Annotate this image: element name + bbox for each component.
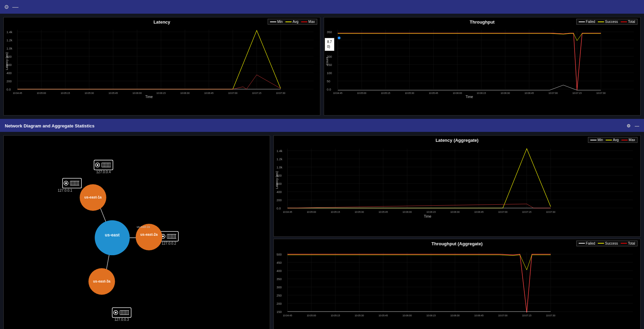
latency-legend: Min Avg Max xyxy=(268,19,317,25)
top-bar: ⚙ — xyxy=(0,0,644,14)
svg-text:300: 300 xyxy=(277,286,282,289)
svg-text:10:05:15: 10:05:15 xyxy=(331,211,340,213)
latency-aggregate-panel: Latency (Aggregate) Min Avg Max 1.4k 1.2… xyxy=(273,135,641,237)
server-127-0-0-4 xyxy=(94,160,113,170)
latency-chart-panel: Latency Min Avg Max 1.4k xyxy=(3,17,320,115)
svg-text:10:04:45: 10:04:45 xyxy=(333,92,342,94)
svg-text:us-east: us-east xyxy=(105,233,120,237)
svg-text:10:07:15: 10:07:15 xyxy=(522,314,531,317)
svg-text:127.0.0.4: 127.0.0.4 xyxy=(96,170,111,174)
svg-text:200: 200 xyxy=(277,198,282,202)
svg-text:0.0: 0.0 xyxy=(6,88,11,91)
svg-text:1.0k: 1.0k xyxy=(277,166,283,169)
gear-icon[interactable]: ⚙ xyxy=(4,4,9,10)
latency-aggregate-title: Latency (Aggregate) xyxy=(274,136,640,143)
svg-text:150: 150 xyxy=(277,310,282,314)
svg-text:0.0: 0.0 xyxy=(277,207,281,210)
svg-text:10:04:45: 10:04:45 xyxy=(283,314,292,317)
aggregate-charts-panel: Latency (Aggregate) Min Avg Max 1.4k 1.2… xyxy=(273,135,641,329)
svg-text:us-east-1a: us-east-1a xyxy=(84,195,102,199)
section-gear-icon[interactable]: ⚙ xyxy=(627,123,631,128)
svg-text:10:05:45: 10:05:45 xyxy=(378,211,388,213)
svg-text:10:06:30: 10:06:30 xyxy=(500,92,510,94)
svg-text:500: 500 xyxy=(277,253,282,256)
svg-text:10:04:45: 10:04:45 xyxy=(283,211,292,213)
svg-text:Time: Time xyxy=(424,215,431,218)
svg-text:400: 400 xyxy=(277,190,282,194)
svg-text:1.2k: 1.2k xyxy=(6,39,13,42)
svg-text:400: 400 xyxy=(277,269,282,273)
svg-point-90 xyxy=(65,182,67,184)
svg-point-116 xyxy=(162,235,164,237)
svg-text:10:07:15: 10:07:15 xyxy=(572,92,581,94)
section-minimize-icon[interactable]: — xyxy=(635,123,639,128)
svg-text:10:06:45: 10:06:45 xyxy=(524,92,534,94)
svg-text:10:04:45: 10:04:45 xyxy=(13,92,22,94)
svg-text:us-east-2a: us-east-2a xyxy=(140,233,158,236)
svg-text:0.0: 0.0 xyxy=(327,88,331,91)
svg-text:200: 200 xyxy=(6,80,12,83)
svg-text:1.4k: 1.4k xyxy=(6,30,13,34)
bottom-section: 127.0.0.1 127.0.0.4 xyxy=(0,132,644,329)
svg-text:Latency (ms): Latency (ms) xyxy=(275,171,279,189)
svg-text:10:06:45: 10:06:45 xyxy=(474,314,483,317)
svg-text:10:07:30: 10:07:30 xyxy=(276,92,285,94)
svg-text:10:06:00: 10:06:00 xyxy=(453,92,462,94)
throughput-aggregate-svg: 500 450 400 350 300 250 200 150 xyxy=(274,249,640,329)
latency-svg: 1.4k 1.2k 1.0k 800 600 400 200 0.0 xyxy=(4,27,320,115)
svg-text:10:06:30: 10:06:30 xyxy=(180,92,189,94)
section-title: Network Diagram and Aggregate Statistics xyxy=(5,123,94,128)
legend-failed: Failed xyxy=(579,20,595,24)
svg-text:450: 450 xyxy=(277,261,282,264)
svg-text:10:05:00: 10:05:00 xyxy=(307,314,316,317)
legend-success: Success xyxy=(598,20,618,24)
latency-aggregate-svg: 1.4k 1.2k 1.0k 800 600 400 200 0.0 xyxy=(274,146,640,236)
server-127-0-0-2 xyxy=(160,231,178,241)
svg-text:10:05:15: 10:05:15 xyxy=(61,92,70,94)
svg-text:us-east-3a: us-east-3a xyxy=(93,279,110,283)
network-diagram-panel: 127.0.0.1 127.0.0.4 xyxy=(3,135,270,329)
svg-text:10:07:15: 10:07:15 xyxy=(522,211,531,213)
svg-text:1.0k: 1.0k xyxy=(6,47,13,50)
svg-text:us-east-2a: us-east-2a xyxy=(137,225,150,229)
svg-text:Time: Time xyxy=(145,95,153,99)
minimize-icon[interactable]: — xyxy=(12,3,18,11)
node-us-east xyxy=(95,220,130,255)
svg-text:10:06:00: 10:06:00 xyxy=(402,211,412,213)
legend-total: Total xyxy=(621,20,635,24)
svg-text:350: 350 xyxy=(327,30,332,34)
svg-text:10:06:15: 10:06:15 xyxy=(156,92,165,94)
svg-text:10:05:00: 10:05:00 xyxy=(357,92,366,94)
svg-text:10:06:15: 10:06:15 xyxy=(426,211,435,213)
svg-text:10:05:00: 10:05:00 xyxy=(37,92,46,94)
server-127-0-0-3 xyxy=(112,308,131,318)
svg-text:127.0.0.2: 127.0.0.2 xyxy=(162,242,176,245)
svg-text:10:07:15: 10:07:15 xyxy=(252,92,261,94)
latency-aggregate-legend: Min Avg Max xyxy=(588,137,638,143)
svg-text:10:05:00: 10:05:00 xyxy=(307,211,316,213)
legend-avg: Avg xyxy=(285,20,298,24)
svg-text:10:07:00: 10:07:00 xyxy=(498,211,507,213)
throughput-tooltip: 8.7 0) xyxy=(325,38,334,51)
svg-text:10:06:00: 10:06:00 xyxy=(402,314,412,317)
svg-text:10:06:00: 10:06:00 xyxy=(132,92,142,94)
svg-text:400: 400 xyxy=(6,71,12,75)
svg-text:127.0.0.3: 127.0.0.3 xyxy=(115,318,129,322)
svg-text:50: 50 xyxy=(327,80,330,83)
svg-text:10:06:15: 10:06:15 xyxy=(477,92,486,94)
svg-text:10:07:30: 10:07:30 xyxy=(546,211,555,213)
svg-text:Latency (ms): Latency (ms) xyxy=(5,52,9,70)
svg-text:10:06:45: 10:06:45 xyxy=(474,211,483,213)
svg-text:Count: Count xyxy=(325,57,329,66)
server-127-0-0-1 xyxy=(63,178,81,188)
svg-text:10:05:45: 10:05:45 xyxy=(429,92,438,94)
svg-text:200: 200 xyxy=(277,302,282,305)
svg-text:10:06:45: 10:06:45 xyxy=(204,92,213,94)
legend-min: Min xyxy=(270,20,283,24)
svg-text:10:05:30: 10:05:30 xyxy=(354,314,364,317)
throughput-aggregate-legend: Failed Success Total xyxy=(576,241,638,246)
svg-point-103 xyxy=(97,164,98,166)
svg-text:10:05:30: 10:05:30 xyxy=(84,92,94,94)
svg-text:10:07:00: 10:07:00 xyxy=(548,92,558,94)
svg-point-129 xyxy=(115,312,117,313)
